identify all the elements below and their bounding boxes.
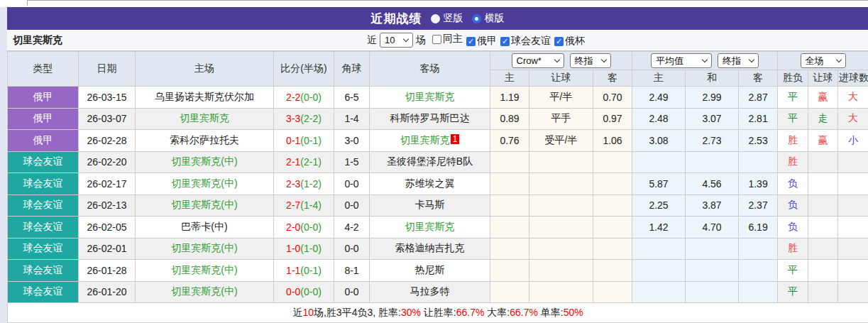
away-team-link[interactable]: 切里宾斯克 [405,91,455,102]
radio-button-icon[interactable] [472,14,481,23]
layout-radio-horizontal[interactable]: 横版 [472,12,505,25]
match-count-select[interactable]: 10 [380,33,413,48]
goals-result-cell: 大 [838,108,868,130]
home-team-link[interactable]: 切里宾斯克(中) [171,242,237,253]
score-cell: 0-0(0-0) [274,281,334,303]
home-team-link[interactable]: 切里宾斯克(中) [171,177,237,189]
avg-away-cell: 2.53 [739,130,778,152]
avg-home-cell: 5.87 [632,173,686,195]
odds-home-cell [490,151,529,173]
odds-handicap-cell [529,151,593,173]
away-team-link[interactable]: 苏维埃之翼 [405,177,455,189]
summary-text: 近10场,胜3平4负3, 胜率:30% 让胜率:66.7% 大率:66.7% 单… [8,303,868,323]
avg-home-cell: 2.48 [632,108,686,130]
average-select[interactable]: 平均值 [651,53,712,68]
odds-away-cell [593,151,632,173]
league-type-badge: 俄甲 [8,130,79,152]
filter-checkbox-item[interactable]: ✓俄甲 [466,35,497,48]
summary-row: 近10场,胜3平4负3, 胜率:30% 让胜率:66.7% 大率:66.7% 单… [8,303,868,323]
away-team-link[interactable]: 索格迪纳吉扎克 [395,242,465,253]
odds-handicap-cell [529,260,593,282]
header-home: 主场 [136,52,274,87]
sub-header-handicap-result: 让球 [808,70,838,87]
average-final-select[interactable]: 终指 [718,53,759,68]
odds-home-cell [490,281,529,303]
home-team-link[interactable]: 巴蒂卡(中) [181,221,227,232]
away-team-cell: 切里宾斯克 [370,87,490,109]
away-team-link[interactable]: 切里宾斯克 [400,134,450,146]
goals-result-cell [838,151,868,173]
sub-header-avg-away: 客 [739,70,778,87]
bookmaker-final-select[interactable]: 终指 [570,53,611,68]
odds-home-cell: 0.76 [490,130,529,152]
home-team-link[interactable]: 乌里扬诺夫斯克伏尔加 [155,91,254,102]
checked-checkbox-icon[interactable]: ✓ [500,37,510,46]
odds-handicap-cell [529,195,593,217]
home-team-link[interactable]: 切里宾斯克(中) [171,199,237,210]
summary-stat-value: 50% [564,307,583,318]
radio-label[interactable]: 竖版 [444,12,463,25]
checked-checkbox-icon[interactable]: ✓ [554,37,564,46]
avg-draw-cell [686,281,739,303]
score-cell: 2-2(0-0) [274,87,334,109]
checked-checkbox-icon[interactable]: ✓ [466,37,476,46]
odds-away-cell [593,238,632,260]
away-team-link[interactable]: 科斯特罗马斯巴达 [390,112,470,124]
date-cell: 26-02-01 [79,238,136,260]
corner-cell: 0-0 [334,173,370,195]
result-cell: 胜 [778,238,808,260]
league-type-badge: 球会友谊 [8,238,79,260]
odds-handicap-cell: 受平/半 [529,130,593,152]
avg-home-cell: 1.42 [632,217,686,239]
layout-radio-vertical[interactable]: 竖版 [431,12,463,25]
odds-away-cell [593,217,632,239]
home-team-link[interactable]: 切里宾斯克(中) [171,264,237,275]
home-team-cell: 切里宾斯克 [136,108,274,130]
avg-home-cell: 2.49 [632,87,686,109]
away-team-link[interactable]: 卡马斯 [415,199,445,210]
divider [27,0,868,6]
away-team-cell: 圣彼得堡泽尼特B队 [370,151,490,173]
handicap-result-cell [808,173,838,195]
filter-checkbox-item[interactable]: ✓俄杯 [554,35,585,48]
date-cell: 26-02-05 [79,217,136,239]
corner-cell: 1-5 [334,151,370,173]
avg-away-cell: 1.39 [739,173,778,195]
results-table: 类型 日期 主场 比分(半场) 角球 客场 Crow* 终指 平均值 终指 [7,51,868,323]
fulltime-score: 3-3 [286,113,300,124]
scope-select[interactable]: 全场 [801,53,846,68]
bookmaker-select[interactable]: Crow* [512,53,564,68]
home-team-link[interactable]: 切里宾斯克(中) [171,285,237,297]
away-team-link[interactable]: 切里宾斯克 [405,221,455,232]
bookmaker-dropdown-cell: Crow* 终指 [490,52,632,70]
summary-stat-label: 让胜率: [421,307,456,318]
away-team-link[interactable]: 热尼斯 [415,264,445,275]
summary-stat-label: 场,胜3平4负3, 胜率: [314,307,401,318]
score-cell: 1-0(1-0) [274,238,334,260]
fulltime-score: 2-2 [286,92,300,103]
home-team-link[interactable]: 切里宾斯克(中) [171,155,237,167]
home-team-link[interactable]: 切里宾斯克 [180,112,229,124]
odds-handicap-cell [529,238,593,260]
away-team-link[interactable]: 圣彼得堡泽尼特B队 [387,155,473,167]
odds-home-cell [490,238,529,260]
filter-checkbox-item[interactable]: ✓球会友谊 [500,35,551,48]
bookmaker-final-value: 终指 [575,55,593,67]
result-cell: 平 [778,87,808,109]
filter-checkbox-item[interactable]: 同主 [432,33,463,45]
away-team-link[interactable]: 马拉多特 [410,285,450,297]
summary-stat-value: 30% [401,307,421,318]
radio-label[interactable]: 横版 [485,12,505,25]
summary-stat-value: 66.7% [510,307,538,318]
title-bar: 近期战绩 竖版 横版 [7,7,868,30]
odds-away-cell [593,195,632,217]
home-team-link[interactable]: 索科尔萨拉托夫 [170,134,239,146]
radio-button-icon[interactable] [431,14,440,23]
result-cell: 负 [778,173,808,195]
unchecked-checkbox-icon[interactable] [432,35,441,44]
chevron-down-icon [403,36,409,42]
chevron-down-icon [749,57,754,62]
team-name: 切里宾斯克 [13,34,62,47]
result-cell: 平 [778,281,808,303]
result-cell: 胜 [778,151,808,173]
